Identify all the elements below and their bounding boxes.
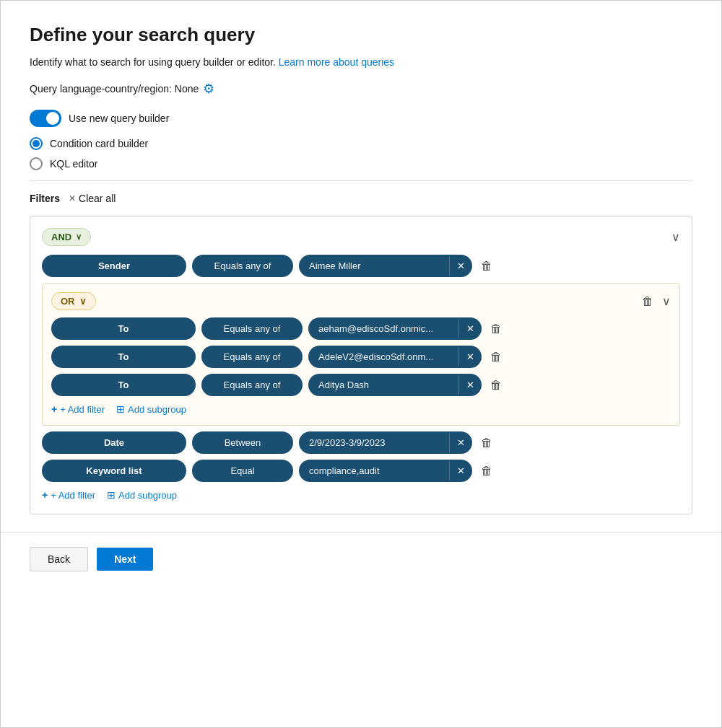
date-remove-button[interactable]: ✕ [449, 433, 472, 452]
date-delete-button[interactable]: 🗑 [478, 435, 495, 451]
condition-card-radio-row[interactable]: Condition card builder [30, 137, 692, 150]
or-subgroup: OR ∨ 🗑 ∨ To Equals any of aeham@ediscoSd… [42, 283, 680, 426]
clear-x-icon: ✕ [69, 193, 76, 203]
to-filter-row-1: To Equals any of aeham@ediscoSdf.onmic..… [51, 317, 671, 340]
condition-card-radio[interactable] [30, 137, 43, 150]
or-add-subgroup-button[interactable]: ⊞ Add subgroup [116, 402, 186, 416]
query-language-row: Query language-country/region: None ⚙ [30, 81, 692, 97]
query-builder-toggle-row: Use new query builder [30, 110, 692, 127]
to-filter-row-2: To Equals any of AdeleV2@ediscoSdf.onm..… [51, 346, 671, 368]
or-subgroup-header: OR ∨ 🗑 ∨ [51, 292, 671, 310]
back-button[interactable]: Back [30, 547, 88, 571]
or-subgroup-header-right: 🗑 ∨ [639, 294, 671, 310]
or-subgroup-add-row: + + Add filter ⊞ Add subgroup [51, 402, 671, 416]
to-remove-button-3[interactable]: ✕ [458, 375, 482, 395]
to-operator-button-1[interactable]: Equals any of [201, 317, 303, 340]
and-add-subgroup-icon: ⊞ [107, 489, 116, 501]
to-delete-button-1[interactable]: 🗑 [487, 321, 505, 337]
to-value-text-1: aeham@ediscoSdf.onmic... [318, 317, 458, 340]
and-group-header: AND ∨ ∨ [42, 228, 680, 246]
to-value-wrapper-3: Aditya Dash ✕ [308, 374, 482, 396]
keyword-operator-button[interactable]: Equal [192, 460, 293, 482]
kql-editor-label: KQL editor [50, 158, 97, 170]
page-title: Define your search query [30, 24, 692, 46]
page-subtitle: Identify what to search for using query … [30, 56, 692, 68]
sender-delete-button[interactable]: 🗑 [478, 258, 495, 274]
or-logic-button[interactable]: OR ∨ [51, 292, 96, 310]
translate-icon[interactable]: ⚙ [203, 81, 214, 97]
condition-card-label: Condition card builder [50, 138, 148, 149]
to-operator-button-3[interactable]: Equals any of [201, 374, 303, 396]
date-operator-button[interactable]: Between [192, 431, 293, 454]
or-subgroup-header-left: OR ∨ [51, 292, 96, 310]
to-delete-button-2[interactable]: 🗑 [487, 349, 505, 365]
sender-value-text: Aimee Miller [309, 255, 449, 277]
or-add-filter-button[interactable]: + + Add filter [51, 402, 105, 416]
kql-editor-radio[interactable] [30, 157, 43, 170]
date-value-wrapper: 2/9/2023-3/9/2023 ✕ [299, 431, 472, 454]
page-footer: Back Next [1, 532, 721, 586]
to-field-button-3[interactable]: To [51, 374, 196, 396]
keyword-delete-button[interactable]: 🗑 [478, 463, 495, 479]
sender-remove-button[interactable]: ✕ [449, 256, 472, 276]
to-value-text-3: Aditya Dash [318, 374, 458, 396]
or-subgroup-delete-button[interactable]: 🗑 [639, 294, 656, 310]
filters-row: Filters ✕ Clear all [30, 191, 692, 206]
sender-value-wrapper: Aimee Miller ✕ [299, 255, 472, 277]
keyword-value-text: compliance,audit [309, 460, 449, 482]
clear-all-button[interactable]: ✕ Clear all [66, 191, 118, 206]
keyword-value-wrapper: compliance,audit ✕ [299, 460, 472, 482]
or-chevron-icon: ∨ [79, 296, 87, 307]
to-delete-button-3[interactable]: 🗑 [487, 377, 505, 393]
or-add-subgroup-icon: ⊞ [116, 403, 125, 415]
and-group-add-row: + + Add filter ⊞ Add subgroup [42, 488, 680, 502]
divider [30, 180, 692, 181]
keyword-remove-button[interactable]: ✕ [449, 461, 472, 481]
kql-editor-radio-row[interactable]: KQL editor [30, 157, 692, 170]
learn-more-link[interactable]: Learn more about queries [279, 56, 394, 68]
next-button[interactable]: Next [97, 548, 153, 571]
sender-filter-row: Sender Equals any of Aimee Miller ✕ 🗑 [42, 255, 680, 277]
and-logic-button[interactable]: AND ∨ [42, 228, 91, 246]
and-add-filter-plus-icon: + [42, 489, 48, 501]
date-value-text: 2/9/2023-3/9/2023 [309, 431, 449, 454]
to-value-wrapper-1: aeham@ediscoSdf.onmic... ✕ [308, 317, 482, 340]
to-remove-button-2[interactable]: ✕ [458, 347, 482, 367]
toggle-label: Use new query builder [69, 113, 169, 124]
and-chevron-icon: ∨ [76, 232, 82, 242]
keyword-filter-row: Keyword list Equal compliance,audit ✕ 🗑 [42, 460, 680, 482]
and-add-subgroup-button[interactable]: ⊞ Add subgroup [107, 488, 177, 502]
date-filter-row: Date Between 2/9/2023-3/9/2023 ✕ 🗑 [42, 431, 680, 454]
sender-operator-button[interactable]: Equals any of [192, 255, 293, 277]
or-add-filter-plus-icon: + [51, 403, 57, 415]
to-filter-row-3: To Equals any of Aditya Dash ✕ 🗑 [51, 374, 671, 396]
keyword-field-button[interactable]: Keyword list [42, 460, 186, 482]
filters-label: Filters [30, 193, 60, 204]
and-add-filter-button[interactable]: + + Add filter [42, 488, 95, 502]
sender-field-button[interactable]: Sender [42, 255, 186, 277]
to-operator-button-2[interactable]: Equals any of [201, 346, 303, 368]
or-subgroup-collapse-button[interactable]: ∨ [662, 294, 671, 308]
to-value-text-2: AdeleV2@ediscoSdf.onm... [318, 346, 458, 368]
query-builder-toggle[interactable] [30, 110, 61, 127]
to-remove-button-1[interactable]: ✕ [458, 319, 482, 338]
date-field-button[interactable]: Date [42, 431, 186, 454]
and-group-collapse-button[interactable]: ∨ [671, 230, 680, 244]
to-field-button-1[interactable]: To [51, 317, 196, 340]
query-builder-container: AND ∨ ∨ Sender Equals any of Aimee Mille… [30, 216, 692, 514]
to-field-button-2[interactable]: To [51, 346, 196, 368]
to-value-wrapper-2: AdeleV2@ediscoSdf.onm... ✕ [308, 346, 482, 368]
